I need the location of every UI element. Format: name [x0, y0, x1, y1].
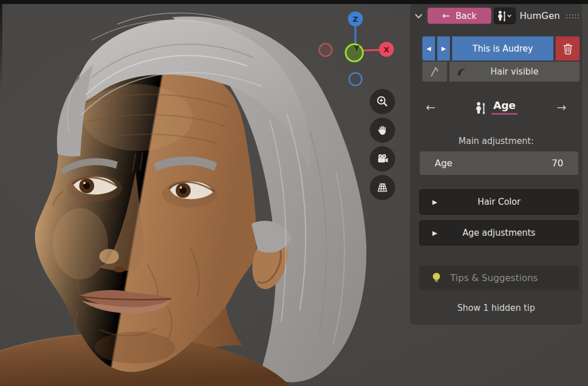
preset-name-button[interactable]: This is Audrey [452, 36, 554, 61]
view-axis-gizmo[interactable]: Z X Y [310, 6, 402, 92]
camera-view-icon [376, 152, 389, 166]
next-triangle-icon: ▶ [442, 45, 446, 52]
person-updown-icon [475, 101, 486, 115]
next-section-button[interactable]: → [549, 97, 574, 118]
trash-icon [562, 42, 574, 55]
expand-arrow-icon: ▶ [432, 229, 437, 237]
axis-z-negative-ball[interactable] [349, 73, 362, 85]
back-button-label: Back [455, 11, 476, 21]
panel-header: ← Back HumGen [410, 7, 582, 25]
grip-dots-icon[interactable] [566, 13, 579, 20]
axis-x-negative-ball[interactable] [319, 44, 332, 56]
hair-color-section-label: Hair Color [420, 197, 578, 207]
pan-hand-icon [376, 123, 389, 137]
hair-curl-icon [456, 67, 469, 78]
current-section: Age [475, 99, 517, 115]
humgen-panel: ← Back HumGen [410, 3, 582, 325]
blender-window: Z X Y [0, 0, 588, 386]
show-hidden-tip-link[interactable]: Show 1 hidden tip [410, 303, 582, 313]
select-arrow-icon [428, 65, 441, 78]
axis-z-ball[interactable]: Z [348, 11, 363, 26]
age-slider[interactable]: Age 70 [419, 151, 579, 176]
hair-color-section-button[interactable]: ▶ Hair Color [419, 189, 579, 215]
delete-human-button[interactable] [555, 36, 580, 61]
zoom-in-icon [376, 95, 389, 108]
section-title: Age [492, 99, 517, 115]
window-left-border [0, 0, 2, 92]
tips-suggestions-label: Tips & Suggestions [450, 272, 538, 283]
person-updown-icon [497, 10, 513, 22]
hair-select-toggle[interactable] [422, 61, 447, 82]
previous-section-button[interactable]: ← [418, 97, 443, 118]
back-button[interactable]: ← Back [427, 7, 492, 24]
prev-triangle-icon: ◀ [427, 45, 431, 52]
body-type-dropdown[interactable] [494, 7, 516, 24]
next-preset-button[interactable]: ▶ [437, 36, 450, 61]
section-navigation: ← Age → [418, 97, 574, 118]
svg-text:Y: Y [353, 44, 359, 52]
panel-title: HumGen [520, 7, 560, 24]
age-slider-label: Age [435, 158, 452, 169]
age-adjustments-section-label: Age adjustments [420, 228, 578, 238]
hair-visible-toggle[interactable]: Hair visible [449, 61, 580, 82]
preset-row: ◀ ▶ This is Audrey [422, 36, 580, 61]
svg-text:Z: Z [353, 15, 358, 24]
expand-arrow-icon: ▶ [432, 198, 437, 206]
camera-tool-button[interactable] [370, 146, 395, 171]
grid-tool-button[interactable] [370, 175, 395, 200]
hair-visible-label: Hair visible [490, 67, 539, 77]
previous-preset-button[interactable]: ◀ [422, 36, 435, 61]
grid-ortho-icon [376, 181, 389, 194]
back-arrow-icon: ← [442, 11, 450, 21]
hair-visibility-row: Hair visible [422, 61, 580, 82]
svg-text:X: X [384, 45, 389, 54]
lightbulb-icon [431, 272, 442, 284]
axis-x-ball[interactable]: X [379, 42, 394, 57]
pan-tool-button[interactable] [370, 118, 395, 143]
age-slider-value: 70 [552, 158, 563, 169]
chevron-down-icon[interactable] [413, 11, 424, 21]
axis-y-ball[interactable]: Y [346, 44, 363, 61]
zoom-tool-button[interactable] [370, 89, 395, 114]
tips-suggestions-bar[interactable]: Tips & Suggestions [419, 266, 579, 290]
window-top-border [0, 0, 588, 4]
age-adjustments-section-button[interactable]: ▶ Age adjustments [419, 220, 579, 245]
main-adjustment-heading: Main adjustment: [410, 136, 582, 146]
